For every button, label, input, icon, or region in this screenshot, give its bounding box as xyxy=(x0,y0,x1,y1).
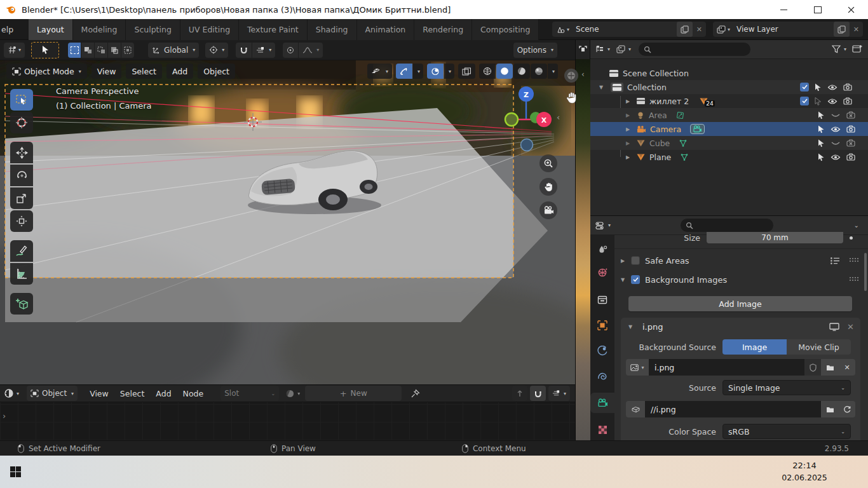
selectable-icon[interactable] xyxy=(818,153,825,161)
selectable-icon-disabled[interactable] xyxy=(815,97,822,105)
proportional-falloff-dropdown[interactable]: ▾ xyxy=(299,43,323,58)
xray-toggle[interactable] xyxy=(458,64,475,79)
selectable-icon[interactable] xyxy=(818,125,825,133)
properties-options-dropdown[interactable]: ⌄ xyxy=(854,222,859,229)
unlink-scene-button[interactable]: ✕ xyxy=(693,22,706,37)
zoom-button[interactable] xyxy=(539,154,557,172)
shader-type-dropdown[interactable]: Object ▾ xyxy=(27,386,78,401)
new-material-button[interactable]: + New xyxy=(305,386,402,401)
tab-animation[interactable]: Animation xyxy=(357,19,415,40)
source-image-button[interactable]: Image xyxy=(722,339,787,355)
tool-transform[interactable] xyxy=(10,210,33,232)
shader-editor-canvas[interactable]: › xyxy=(0,402,575,440)
disable-render-icon[interactable] xyxy=(846,153,855,161)
shading-solid-button[interactable] xyxy=(496,64,513,79)
filepath-browse-button[interactable] xyxy=(821,401,839,417)
menu-view[interactable]: View xyxy=(92,64,122,79)
unlink-image-button[interactable]: ✕ xyxy=(839,359,855,376)
select-mode-invert[interactable] xyxy=(108,43,121,58)
shader-snap-target-dropdown[interactable]: ▾ xyxy=(548,386,570,401)
outliner-row-plane[interactable]: ▶ Plane xyxy=(590,150,868,164)
select-mode-extend[interactable] xyxy=(81,43,94,58)
tab-uv-editing[interactable]: UV Editing xyxy=(180,19,239,40)
shader-snap-toggle[interactable] xyxy=(530,386,546,401)
source-movie-clip-button[interactable]: Movie Clip xyxy=(787,339,851,355)
close-button[interactable] xyxy=(834,0,868,19)
slot-dropdown[interactable]: Slot⌄ xyxy=(220,386,279,401)
help-menu-clipped[interactable]: elp xyxy=(0,25,17,34)
new-scene-button[interactable] xyxy=(677,22,693,37)
strip-nav-gizmo[interactable] xyxy=(564,69,578,83)
minimize-button[interactable] xyxy=(767,0,801,19)
size-slider[interactable]: 70 mm xyxy=(707,232,843,243)
open-file-button[interactable] xyxy=(821,359,839,376)
tray-clock[interactable]: 22:14 02.06.2025 xyxy=(776,456,832,488)
tool-move[interactable] xyxy=(10,142,33,163)
add-image-button[interactable]: Add Image xyxy=(628,296,852,311)
disable-render-icon-off[interactable] xyxy=(846,111,855,119)
outliner-search[interactable] xyxy=(639,43,750,56)
proportional-edit-toggle[interactable] xyxy=(283,43,298,58)
show-object-types-dropdown[interactable]: ▾ xyxy=(367,64,392,79)
disable-render-icon-off[interactable] xyxy=(846,139,855,147)
shader-editor-type[interactable]: ▾ xyxy=(4,388,19,398)
pin-icon[interactable] xyxy=(410,389,420,398)
select-mode-set[interactable] xyxy=(68,43,81,58)
disclosure-open-icon[interactable]: ▼ xyxy=(598,85,604,90)
presets-icon[interactable] xyxy=(830,257,840,265)
outliner-row-camera[interactable]: ▶ Camera xyxy=(590,122,868,136)
shader-menu-node[interactable]: Node xyxy=(177,389,210,398)
strip-editor-image[interactable] xyxy=(576,59,591,440)
drag-handle-icon[interactable] xyxy=(849,276,859,283)
menu-add[interactable]: Add xyxy=(166,64,193,79)
maximize-button[interactable] xyxy=(801,0,834,19)
pivot-point-dropdown[interactable]: ▾ xyxy=(205,43,228,58)
reload-image-button[interactable] xyxy=(839,401,855,417)
filepath-field[interactable]: //i.png xyxy=(645,401,821,417)
viewport-canvas[interactable]: Z X Object Mode ▾ View Select Add Object… xyxy=(0,60,575,384)
hide-viewport-icon-closed[interactable] xyxy=(831,140,841,147)
collection-checkbox[interactable] xyxy=(800,97,809,105)
view-layer-selector[interactable]: ▾ View Layer ✕ xyxy=(713,22,863,37)
shader-menu-select[interactable]: Select xyxy=(114,389,151,398)
menu-object[interactable]: Object xyxy=(198,64,235,79)
disable-render-icon[interactable] xyxy=(843,83,852,91)
disclosure-closed-icon[interactable]: ▶ xyxy=(625,140,631,146)
select-mode-intersect[interactable] xyxy=(121,43,134,58)
animate-dot[interactable] xyxy=(850,236,853,240)
outliner-row-scene-collection[interactable]: Scene Collection xyxy=(590,66,868,80)
remove-view-layer-button[interactable]: ✕ xyxy=(850,22,863,37)
start-button[interactable] xyxy=(0,456,31,488)
tool-scale[interactable] xyxy=(10,187,33,209)
snap-target-dropdown[interactable]: ▾ xyxy=(252,43,275,58)
drag-handle-icon[interactable] xyxy=(849,257,859,264)
shading-wireframe-button[interactable] xyxy=(479,64,496,79)
hide-viewport-icon[interactable] xyxy=(827,84,837,91)
tab-compositing[interactable]: Compositing xyxy=(472,19,539,40)
properties-editor-type[interactable]: ▾ xyxy=(595,221,611,230)
disclosure-closed-icon[interactable]: ▶ xyxy=(625,112,631,118)
tool-measure[interactable] xyxy=(10,263,33,285)
strip-collapse-arrow[interactable]: ‹ xyxy=(581,70,585,79)
image-browse-dropdown[interactable]: ▾ xyxy=(626,359,649,376)
tab-scene-properties[interactable] xyxy=(590,239,614,259)
outliner-row-cube[interactable]: ▶ Cube xyxy=(590,136,868,150)
outliner-filter-id-type[interactable]: ▾ xyxy=(616,45,631,53)
outliner-display-mode[interactable]: ▾ xyxy=(595,45,610,53)
outliner-row-area[interactable]: ▶ Area xyxy=(590,108,868,122)
tool-annotate[interactable] xyxy=(10,240,33,262)
camera-view-button[interactable] xyxy=(539,201,557,219)
outliner-filter-dropdown[interactable]: ▾ xyxy=(832,45,846,53)
selectable-icon[interactable] xyxy=(818,139,825,147)
strip-editor-header[interactable] xyxy=(576,40,590,59)
snap-toggle[interactable] xyxy=(236,43,252,58)
hide-viewport-icon[interactable] xyxy=(831,154,841,161)
gizmos-toggle[interactable] xyxy=(396,64,412,79)
shader-menu-add[interactable]: Add xyxy=(150,389,177,398)
editor-type-button[interactable]: ▾ xyxy=(4,43,25,58)
material-browse-dropdown[interactable]: ▾ xyxy=(285,389,300,398)
active-tool-button[interactable] xyxy=(31,42,59,58)
pan-button[interactable] xyxy=(539,178,557,196)
hide-viewport-icon-closed[interactable] xyxy=(831,112,841,119)
safe-areas-checkbox[interactable] xyxy=(631,256,640,265)
